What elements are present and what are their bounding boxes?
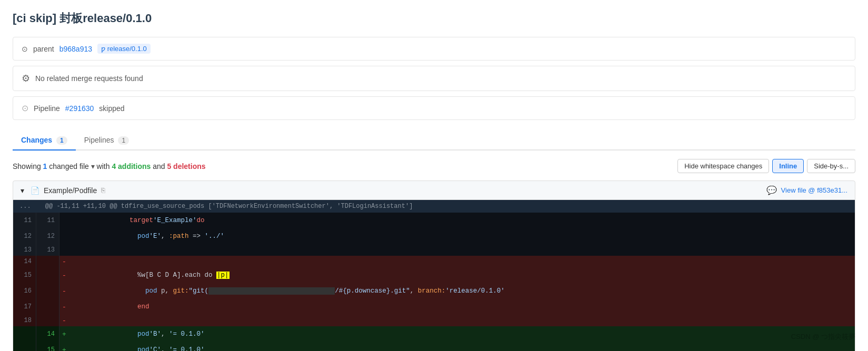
file-header-right: 💬 View file @ f853e31... — [766, 185, 847, 195]
collapse-icon[interactable]: ▾ — [21, 186, 24, 195]
new-line-num: 14 — [36, 326, 59, 342]
file-icon: 📄 — [31, 186, 39, 195]
old-line-num — [13, 342, 36, 351]
diff-line-15-add: 15 + pod 'C', '= 0.1.0' — [13, 342, 855, 351]
line-sign: + — [59, 342, 69, 351]
deletions-count: 5 deletions — [167, 162, 205, 171]
pipeline-label: Pipeline — [34, 104, 60, 113]
line-sign: - — [59, 315, 69, 326]
commit-title: [ci skip] 封板release/0.1.0 — [13, 11, 855, 26]
old-line-num: 13 — [13, 244, 36, 256]
branch-name: release/0.1.0 — [107, 45, 147, 53]
view-file-link[interactable]: View file @ f853e31... — [781, 186, 847, 194]
diff-line-15-del: 15 - %w[B C D A].each do |p| — [13, 267, 855, 283]
new-line-num: 12 — [36, 228, 59, 244]
branch-icon: ƿ — [101, 45, 105, 53]
line-code — [69, 315, 855, 326]
line-sign: - — [59, 299, 69, 315]
pipeline-number-link[interactable]: #291630 — [65, 104, 94, 113]
new-line-num — [36, 267, 59, 283]
file-header-left: ▾ 📄 Example/Podfile ⎘ — [21, 186, 105, 195]
merge-icon: ⚙ — [22, 73, 30, 84]
tab-changes-count: 1 — [56, 136, 67, 145]
additions-count: 4 additions — [112, 162, 151, 171]
pipeline-status: skipped — [99, 104, 124, 113]
old-line-num: 17 — [13, 299, 36, 315]
diff-line-14-add: 14 + pod 'B', '= 0.1.0' — [13, 326, 855, 342]
tab-changes[interactable]: Changes 1 — [13, 131, 76, 151]
changed-file-label: changed file — [49, 162, 91, 171]
pipeline-icon: ⊙ — [22, 103, 28, 113]
tabs-container: Changes 1 Pipelines 1 — [13, 131, 855, 151]
old-line-num: 11 — [13, 213, 36, 228]
tab-pipelines-label: Pipelines — [84, 136, 114, 144]
diff-hunk-header: ... @@ -11,11 +11,10 @@ tdfire_use_sourc… — [13, 200, 855, 213]
diff-line-16-del: 16 - pod p, git: "git( /#{p.downcase}.gi… — [13, 283, 855, 299]
branch-badge: ƿ release/0.1.0 — [97, 44, 151, 54]
parent-info-box: ⊙ parent b968a913 ƿ release/0.1.0 — [13, 37, 855, 61]
hunk-header-text: @@ -11,11 +11,10 @@ tdfire_use_source_po… — [45, 203, 413, 210]
changes-summary-text: Showing 1 changed file ▾ with 4 addition… — [13, 162, 206, 171]
line-code — [69, 244, 855, 256]
line-sign: - — [59, 256, 69, 267]
line-code: %w[B C D A].each do |p| — [69, 267, 855, 283]
line-sign: - — [59, 267, 69, 283]
diff-line-18-del: 18 - — [13, 315, 855, 326]
parent-label: parent — [33, 45, 54, 53]
old-line-num: 15 — [13, 267, 36, 283]
parent-hash-link[interactable]: b968a913 — [59, 45, 92, 53]
old-line-num: 18 — [13, 315, 36, 326]
pipeline-info-box: ⊙ Pipeline #291630 skipped — [13, 96, 855, 120]
changed-files-count: 1 — [43, 162, 47, 171]
hide-whitespace-button[interactable]: Hide whitespace changes — [677, 159, 769, 173]
diff-line-14-del: 14 - — [13, 256, 855, 267]
tab-changes-label: Changes — [21, 136, 52, 144]
new-line-num: 11 — [36, 213, 59, 228]
new-line-num — [36, 299, 59, 315]
line-sign: + — [59, 326, 69, 342]
parent-commit-icon: ⊙ — [22, 45, 28, 53]
changes-summary-bar: Showing 1 changed file ▾ with 4 addition… — [13, 159, 855, 173]
side-by-side-button[interactable]: Side-by-s... — [807, 159, 855, 173]
file-name: Example/Podfile — [44, 186, 97, 195]
diff-code-container: ... @@ -11,11 +11,10 @@ tdfire_use_sourc… — [13, 200, 855, 351]
new-line-num: 15 — [36, 342, 59, 351]
diff-line-13: 13 13 — [13, 244, 855, 256]
comment-icon[interactable]: 💬 — [766, 185, 777, 195]
new-line-num: 13 — [36, 244, 59, 256]
diff-line-11: 11 11 target 'E_Example' do — [13, 213, 855, 228]
line-code: pod 'B', '= 0.1.0' — [69, 326, 855, 342]
dropdown-arrow[interactable]: ▾ — [91, 162, 95, 171]
old-line-num: 14 — [13, 256, 36, 267]
line-code: end — [69, 299, 855, 315]
line-code: pod p, git: "git( /#{p.downcase}.git", b… — [69, 283, 855, 299]
context-lines-indicator: ... — [19, 203, 31, 210]
line-code — [69, 256, 855, 267]
new-line-num — [36, 315, 59, 326]
line-sign — [59, 213, 69, 228]
old-line-num: 16 — [13, 283, 36, 299]
line-sign — [59, 244, 69, 256]
merge-requests-info-box: ⚙ No related merge requests found — [13, 66, 855, 91]
line-code: pod 'E', :path => '../' — [69, 228, 855, 244]
merge-requests-label: No related merge requests found — [35, 74, 143, 83]
diff-line-17-del: 17 - end — [13, 299, 855, 315]
line-sign — [59, 228, 69, 244]
new-line-num — [36, 283, 59, 299]
line-code: target 'E_Example' do — [69, 213, 855, 228]
tab-pipelines-count: 1 — [118, 136, 129, 145]
diff-line-12: 12 12 pod 'E', :path => '../' — [13, 228, 855, 244]
line-code: pod 'C', '= 0.1.0' — [69, 342, 855, 351]
file-diff-header: ▾ 📄 Example/Podfile ⎘ 💬 View file @ f853… — [13, 180, 855, 200]
new-line-num — [36, 256, 59, 267]
old-line-num: 12 — [13, 228, 36, 244]
old-line-num — [13, 326, 36, 342]
line-sign: - — [59, 283, 69, 299]
tab-pipelines[interactable]: Pipelines 1 — [76, 131, 137, 151]
file-diff-container: ▾ 📄 Example/Podfile ⎘ 💬 View file @ f853… — [13, 180, 855, 351]
inline-view-button[interactable]: Inline — [772, 159, 804, 173]
copy-path-icon[interactable]: ⎘ — [101, 186, 105, 194]
page-container: [ci skip] 封板release/0.1.0 ⊙ parent b968a… — [0, 0, 868, 351]
diff-view-controls: Hide whitespace changes Inline Side-by-s… — [677, 159, 855, 173]
